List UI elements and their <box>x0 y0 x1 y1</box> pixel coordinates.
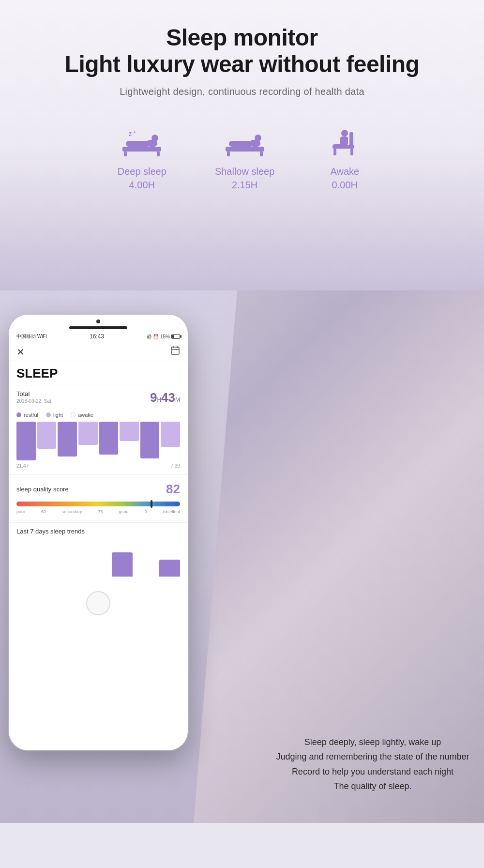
svg-rect-12 <box>229 141 253 147</box>
deep-sleep-label: Deep sleep 4.00H <box>118 165 166 192</box>
svg-rect-9 <box>227 152 230 156</box>
hero-title: Sleep monitor Light luxury wear without … <box>65 24 420 77</box>
divider-2 <box>9 474 188 475</box>
quality-score: 82 <box>166 482 180 497</box>
divider-3 <box>9 520 188 520</box>
svg-text:z: z <box>134 129 136 134</box>
time-status: 16:43 <box>90 333 104 340</box>
svg-text:Z: Z <box>129 132 132 137</box>
awake-stat: Awake 0.00H <box>323 126 366 192</box>
bottom-description: Sleep deeply, sleep lightly, wake up Jud… <box>271 735 474 794</box>
total-time: 9H43M <box>150 390 180 405</box>
phone-notch-area <box>9 315 188 332</box>
quality-row: sleep quality score 82 <box>16 482 180 497</box>
chart-bar-7 <box>140 422 160 458</box>
restful-dot <box>16 412 21 417</box>
deep-sleep-icon: Z z <box>120 126 164 158</box>
shallow-sleep-stat: Shallow sleep 2.15H <box>215 126 274 192</box>
svg-point-13 <box>255 135 261 141</box>
trend-day-7 <box>159 560 180 577</box>
legend-row: restful light awake <box>9 409 188 422</box>
chart-bar-6 <box>120 422 139 441</box>
awake-icon <box>323 126 366 158</box>
battery-status: @ ⏰ 15% <box>147 334 180 339</box>
svg-point-18 <box>341 130 348 137</box>
svg-point-5 <box>151 135 158 141</box>
chart-bar-3 <box>58 422 77 457</box>
phone-status-bar: 中国移动 WiFi 16:43 @ ⏰ 15% <box>9 332 188 342</box>
shallow-sleep-icon <box>223 126 267 158</box>
legend-awake: awake <box>71 412 93 418</box>
chart-times: 21:47 7:39 <box>9 462 188 472</box>
svg-rect-15 <box>349 132 353 149</box>
quality-section: sleep quality score 82 poor 60 secondary… <box>9 477 188 518</box>
total-date: 2018-09-22, Sat <box>16 398 51 404</box>
trends-chart <box>16 540 180 579</box>
total-section: Total 2018-09-22, Sat 9H43M <box>9 385 188 409</box>
phone-mockup: 中国移动 WiFi 16:43 @ ⏰ 15% ✕ <box>9 315 188 750</box>
chart-bar-2 <box>37 422 57 449</box>
hero-subtitle: Lightweight design, continuous recording… <box>120 86 364 97</box>
total-label: Total <box>16 390 51 397</box>
awake-dot <box>71 412 76 417</box>
chart-bar-5 <box>99 422 119 455</box>
quality-indicator <box>151 500 152 508</box>
svg-rect-0 <box>122 147 161 152</box>
svg-rect-20 <box>333 144 346 148</box>
phone-home-area <box>9 583 188 625</box>
sleep-page-title: SLEEP <box>9 361 188 385</box>
svg-rect-2 <box>157 152 160 156</box>
trend-day-5 <box>112 552 133 577</box>
legend-light: light <box>46 412 63 418</box>
close-button[interactable]: ✕ <box>16 346 25 358</box>
camera-dot <box>96 320 100 323</box>
trends-title: Last 7 days sleep trends <box>16 528 180 535</box>
shallow-sleep-label: Shallow sleep 2.15H <box>215 165 274 192</box>
calendar-button[interactable] <box>170 346 180 358</box>
svg-rect-17 <box>350 149 353 155</box>
calendar-icon <box>170 346 180 355</box>
chart-bar-4 <box>78 422 98 445</box>
awake-label: Awake 0.00H <box>330 165 359 192</box>
light-dot <box>46 412 51 417</box>
svg-rect-1 <box>124 152 127 156</box>
carrier-status: 中国移动 WiFi <box>16 333 47 340</box>
chart-bar-8 <box>161 422 180 447</box>
battery-icon <box>171 334 180 339</box>
svg-rect-10 <box>260 152 263 156</box>
phone-app-header: ✕ <box>9 342 188 361</box>
svg-rect-21 <box>171 347 179 354</box>
svg-rect-8 <box>226 147 264 152</box>
home-button[interactable] <box>86 591 110 615</box>
hero-section: Sleep monitor Light luxury wear without … <box>0 0 484 290</box>
sleep-chart <box>16 422 180 460</box>
phone-notch <box>69 326 127 329</box>
svg-rect-4 <box>126 141 150 147</box>
total-label-group: Total 2018-09-22, Sat <box>16 390 51 404</box>
legend-restful: restful <box>16 412 38 418</box>
trends-section: Last 7 days sleep trends <box>9 522 188 583</box>
quality-label: sleep quality score <box>16 486 69 493</box>
bottom-section: 中国移动 WiFi 16:43 @ ⏰ 15% ✕ <box>0 290 484 823</box>
svg-rect-16 <box>333 149 336 155</box>
sleep-stats: Z z Deep sleep 4.00H <box>118 126 367 192</box>
page-wrapper: Sleep monitor Light luxury wear without … <box>0 0 484 868</box>
chart-bar-1 <box>16 422 36 460</box>
quality-scale: poor 60 secondary 75 good 9 excellent <box>16 509 180 514</box>
quality-bar <box>16 502 180 506</box>
deep-sleep-stat: Z z Deep sleep 4.00H <box>118 126 166 192</box>
